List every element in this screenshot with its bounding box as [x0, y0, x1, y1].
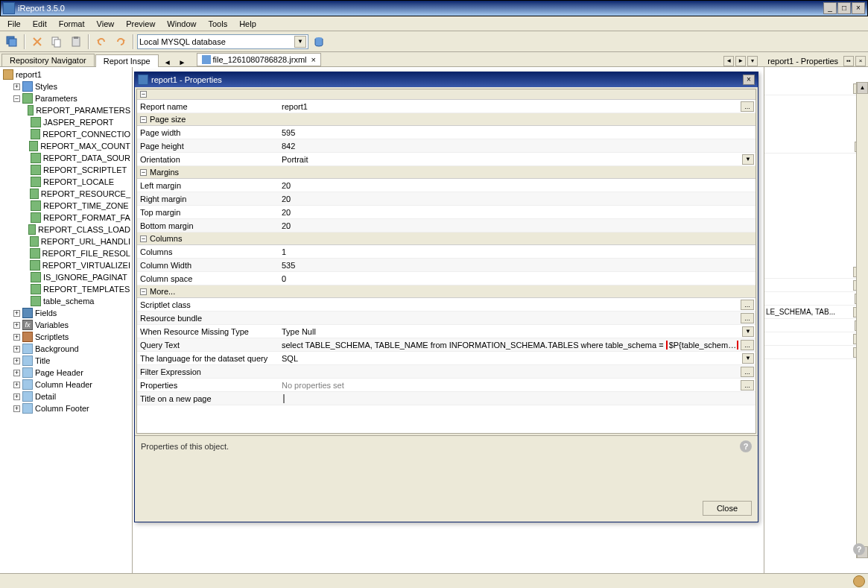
- expand-icon[interactable]: +: [13, 405, 20, 412]
- collapse-icon[interactable]: −: [140, 288, 147, 295]
- tree-param-item[interactable]: table_schema: [24, 295, 130, 307]
- scroll-up-icon[interactable]: ▲: [857, 82, 868, 94]
- menu-format[interactable]: Format: [54, 18, 89, 30]
- tree-param-item[interactable]: REPORT_CONNECTIO: [24, 128, 130, 140]
- group-more[interactable]: −More...: [137, 285, 755, 298]
- tree-param-item[interactable]: REPORT_FILE_RESOL: [24, 247, 130, 259]
- prop-columns[interactable]: Columns1: [137, 245, 755, 259]
- menu-edit[interactable]: Edit: [28, 18, 51, 30]
- copy-button[interactable]: [48, 33, 66, 51]
- prop-query-text[interactable]: Query Text select TABLE_SCHEMA, TABLE_NA…: [137, 338, 755, 352]
- prop-column-width[interactable]: Column Width535: [137, 259, 755, 272]
- undo-button[interactable]: [92, 33, 110, 51]
- ellipsis-button[interactable]: ...: [741, 101, 754, 112]
- tree-column-footer[interactable]: +Column Footer: [13, 402, 130, 414]
- tree-scriptlets[interactable]: +Scriptlets: [13, 331, 130, 343]
- tab-report-inspector[interactable]: Report Inspe: [95, 54, 159, 67]
- menu-view[interactable]: View: [92, 18, 119, 30]
- expand-icon[interactable]: +: [13, 83, 20, 90]
- close-panel-icon[interactable]: ×: [855, 56, 866, 66]
- expand-icon[interactable]: +: [13, 346, 20, 353]
- prop-top-margin[interactable]: Top margin20: [137, 206, 755, 219]
- expand-icon[interactable]: +: [13, 358, 20, 364]
- prop-language[interactable]: The language for the dataset querySQL▼: [137, 352, 755, 365]
- tree-param-item[interactable]: REPORT_CLASS_LOAD: [24, 224, 130, 235]
- cut-button[interactable]: [28, 33, 46, 51]
- expand-icon[interactable]: +: [13, 334, 20, 341]
- menu-window[interactable]: Window: [162, 18, 200, 30]
- dialog-title-bar[interactable]: report1 - Properties ×: [135, 72, 758, 87]
- prop-scriptlet-class[interactable]: Scriptlet class...: [137, 298, 755, 312]
- tree-column-header[interactable]: +Column Header: [13, 379, 130, 391]
- tree-param-item[interactable]: JASPER_REPORT: [24, 116, 130, 128]
- tree-param-item[interactable]: REPORT_FORMAT_FA: [24, 212, 130, 224]
- close-button[interactable]: Close: [703, 501, 752, 516]
- ellipsis-button[interactable]: ...: [741, 380, 754, 391]
- tree-styles[interactable]: +Styles: [13, 80, 130, 92]
- dialog-close-icon[interactable]: ×: [743, 75, 755, 85]
- help-icon[interactable]: ?: [740, 440, 752, 452]
- datasource-edit-button[interactable]: [310, 33, 328, 51]
- tree-root[interactable]: report1: [3, 69, 130, 80]
- collapse-icon[interactable]: −: [140, 91, 147, 98]
- prop-resource-bundle[interactable]: Resource bundle...: [137, 312, 755, 325]
- expand-icon[interactable]: +: [13, 382, 20, 388]
- tab-scroll-right[interactable]: ►: [735, 56, 746, 66]
- group-columns[interactable]: −Columns: [137, 233, 755, 245]
- tab-dropdown[interactable]: ▾: [747, 56, 758, 66]
- maximize-button[interactable]: □: [837, 2, 851, 14]
- tree-param-item[interactable]: REPORT_TIME_ZONE: [24, 200, 130, 212]
- tree-variables[interactable]: +fxVariables: [13, 319, 130, 331]
- chevron-down-icon[interactable]: ▼: [742, 154, 754, 165]
- tree-param-item[interactable]: REPORT_LOCALE: [24, 176, 130, 188]
- tree-page-header[interactable]: +Page Header: [13, 367, 130, 379]
- group-top[interactable]: −: [137, 89, 755, 100]
- tree-param-item[interactable]: REPORT_VIRTUALIZEI: [24, 259, 130, 271]
- chevron-down-icon[interactable]: ▼: [294, 36, 306, 48]
- group-page-size[interactable]: −Page size: [137, 113, 755, 126]
- tab-prev-button[interactable]: ◄: [161, 58, 174, 66]
- tree-title[interactable]: +Title: [13, 355, 130, 367]
- paste-button[interactable]: [67, 33, 85, 51]
- collapse-icon[interactable]: −: [13, 95, 20, 102]
- minimize-panel-icon[interactable]: ▪▪: [843, 56, 854, 66]
- menu-preview[interactable]: Preview: [121, 18, 159, 30]
- checkbox[interactable]: [283, 394, 285, 403]
- tree-background[interactable]: +Background: [13, 343, 130, 355]
- tree-param-item[interactable]: REPORT_SCRIPTLET: [24, 164, 130, 176]
- ellipsis-button[interactable]: ...: [741, 340, 754, 350]
- redo-button[interactable]: [112, 33, 130, 51]
- collapse-icon[interactable]: −: [140, 116, 147, 123]
- menu-help[interactable]: Help: [235, 18, 261, 30]
- tree-fields[interactable]: +Fields: [13, 307, 130, 319]
- help-icon[interactable]: ?: [853, 543, 865, 555]
- collapse-icon[interactable]: −: [140, 169, 147, 176]
- prop-properties[interactable]: PropertiesNo properties set...: [137, 379, 755, 392]
- prop-filter-expression[interactable]: Filter Expression...: [137, 365, 755, 379]
- expand-icon[interactable]: +: [13, 370, 20, 376]
- expand-icon[interactable]: +: [13, 310, 20, 317]
- save-all-button[interactable]: [3, 33, 21, 51]
- ellipsis-button[interactable]: ...: [741, 313, 754, 323]
- menu-tools[interactable]: Tools: [203, 18, 232, 30]
- close-tab-icon[interactable]: ×: [311, 55, 316, 64]
- chevron-down-icon[interactable]: ▼: [742, 326, 754, 337]
- collapse-icon[interactable]: −: [140, 235, 147, 242]
- group-margins[interactable]: −Margins: [137, 166, 755, 179]
- tree-param-item[interactable]: REPORT_TEMPLATES: [24, 283, 130, 295]
- tab-repository-navigator[interactable]: Repository Navigator: [1, 54, 95, 66]
- datasource-combo[interactable]: Local MYSQL database ▼: [137, 34, 308, 49]
- prop-orientation[interactable]: OrientationPortrait▼: [137, 153, 755, 166]
- tree-param-item[interactable]: IS_IGNORE_PAGINAT: [24, 271, 130, 283]
- scrollbar[interactable]: ▲ ▼: [856, 82, 868, 558]
- prop-when-resource-missing[interactable]: When Resource Missing TypeType Null▼: [137, 325, 755, 338]
- expand-icon[interactable]: +: [13, 393, 20, 400]
- ellipsis-button[interactable]: ...: [741, 300, 754, 310]
- menu-file[interactable]: File: [3, 18, 25, 30]
- prop-column-space[interactable]: Column space0: [137, 272, 755, 285]
- tree-param-item[interactable]: REPORT_URL_HANDLI: [24, 235, 130, 247]
- minimize-button[interactable]: _: [823, 2, 837, 14]
- tree-param-item[interactable]: REPORT_PARAMETERS: [24, 104, 130, 116]
- chevron-down-icon[interactable]: ▼: [742, 353, 754, 364]
- tree-param-item[interactable]: REPORT_MAX_COUNT: [24, 140, 130, 152]
